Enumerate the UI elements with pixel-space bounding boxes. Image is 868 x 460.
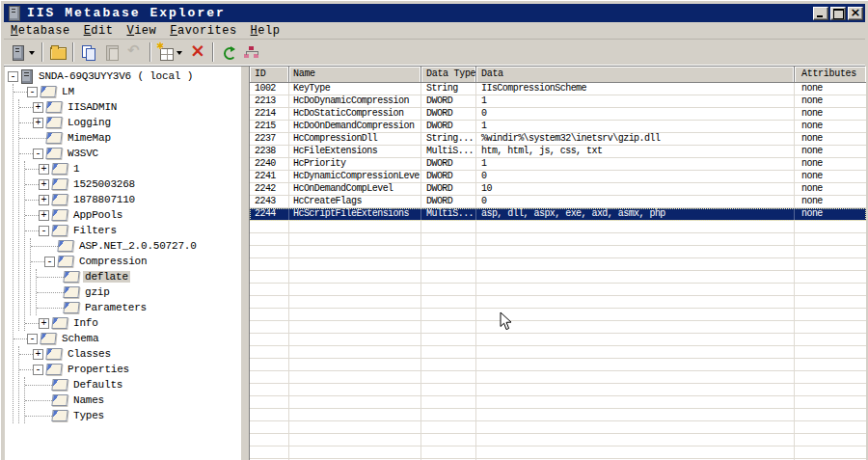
expand-toggle-minus-icon[interactable]: - <box>39 226 49 236</box>
tree-label[interactable]: Types <box>71 410 106 421</box>
tree-label[interactable]: Defaults <box>71 379 124 391</box>
tree-node-gzip[interactable]: gzip <box>37 284 241 300</box>
expand-toggle-plus-icon[interactable]: + <box>33 118 43 128</box>
tree-node-logging[interactable]: +Logging <box>19 115 241 130</box>
tree-node-names[interactable]: Names <box>25 392 241 408</box>
expand-toggle-plus-icon[interactable]: + <box>39 195 49 205</box>
cell-data-type <box>421 258 476 270</box>
tree-label[interactable]: Schema <box>60 333 100 344</box>
tree-node-deflate[interactable]: deflate <box>37 269 241 284</box>
tree-label[interactable]: Compression <box>77 256 149 267</box>
table-row-2237[interactable]: 2237HcCompressionDllString...%windir%\sy… <box>250 133 866 146</box>
expand-toggle-minus-icon[interactable]: - <box>27 87 38 97</box>
menu-help[interactable]: Help <box>244 23 287 39</box>
menu-metabase[interactable]: Metabase <box>4 23 77 39</box>
expand-toggle-minus-icon[interactable]: - <box>27 334 38 344</box>
expand-toggle-plus-icon[interactable]: + <box>33 102 43 113</box>
tree-node-apppools[interactable]: +AppPools <box>25 207 241 223</box>
expand-toggle-plus-icon[interactable]: + <box>39 210 49 221</box>
table-row-2213[interactable]: 2213HcDoDynamicCompressionDWORD1none <box>250 95 866 108</box>
menu-edit[interactable]: Edit <box>77 23 121 39</box>
tree-node-classes[interactable]: +Classes <box>19 346 241 362</box>
save-button[interactable] <box>47 41 68 63</box>
tree-node-mimemap[interactable]: MimeMap <box>19 130 241 146</box>
column-header-data-type[interactable]: Data Type <box>421 67 476 82</box>
title-bar[interactable]: IIS Metabase Explorer <box>4 4 865 22</box>
tree-label[interactable]: IISADMIN <box>66 101 119 113</box>
table-row-2240[interactable]: 2240HcPriorityDWORD1none <box>250 158 866 171</box>
cell-name <box>289 221 421 232</box>
table-row-2241[interactable]: 2241HcDynamicCompressionLevelDWORD0none <box>250 171 866 183</box>
close-button[interactable] <box>848 7 863 20</box>
tree-node-1525003268[interactable]: +1525003268 <box>25 176 241 192</box>
tree-label[interactable]: 1525003268 <box>71 178 137 190</box>
table-row-empty <box>250 258 866 271</box>
tree-label[interactable]: Classes <box>66 348 113 360</box>
tree-node-iisadmin[interactable]: +IISADMIN <box>19 99 241 115</box>
tree-label[interactable]: Names <box>71 394 106 406</box>
tree-label[interactable]: ASP.NET_2.0.50727.0 <box>77 240 199 252</box>
tree-node-asp-net-2-0-50727-0[interactable]: ASP.NET_2.0.50727.0 <box>31 238 241 254</box>
tree-node-defaults[interactable]: Defaults <box>25 377 241 392</box>
column-header-data[interactable]: Data <box>476 67 795 82</box>
tree-label[interactable]: 1878807110 <box>71 194 137 205</box>
tree-label[interactable]: Logging <box>66 117 113 128</box>
copy-button[interactable] <box>78 41 99 63</box>
new-record-dropdown-arrow[interactable] <box>176 51 182 58</box>
expand-toggle-plus-icon[interactable]: + <box>39 164 49 175</box>
tree-label[interactable]: Properties <box>66 364 131 375</box>
expand-toggle-plus-icon[interactable]: + <box>39 179 49 190</box>
expand-toggle-minus-icon[interactable]: - <box>44 257 55 267</box>
connect-server-dropdown-arrow[interactable] <box>29 51 35 58</box>
tree-label[interactable]: deflate <box>83 271 130 283</box>
column-header-id[interactable]: ID <box>250 67 289 82</box>
tree-label[interactable]: Parameters <box>83 302 149 313</box>
table-row-1002[interactable]: 1002KeyTypeStringIIsCompressionSchemenon… <box>250 83 866 95</box>
tree-label[interactable]: AppPools <box>71 209 124 221</box>
connect-server-button[interactable] <box>8 41 38 63</box>
tree-node-w3svc[interactable]: -W3SVC <box>19 146 241 161</box>
tree-label[interactable]: Filters <box>71 225 119 236</box>
column-header-attributes[interactable]: Attributes <box>795 67 866 82</box>
table-row-2215[interactable]: 2215HcDoOnDemandCompressionDWORD1none <box>250 121 866 133</box>
tree-label[interactable]: W3SVC <box>66 148 100 159</box>
tree-node-compression[interactable]: -Compression <box>31 254 241 269</box>
tree-node-parameters[interactable]: Parameters <box>37 300 241 315</box>
tree-node-schema[interactable]: -Schema <box>14 331 241 346</box>
view-hierarchy-button[interactable] <box>241 41 262 63</box>
tree-node-1878807110[interactable]: +1878807110 <box>25 192 241 207</box>
column-header-name[interactable]: Name <box>289 67 421 82</box>
tree-node-lm[interactable]: -LM <box>14 84 241 99</box>
table-row-2244[interactable]: 2244HcScriptFileExtensionsMultiS...asp, … <box>250 208 866 221</box>
menu-view[interactable]: View <box>120 23 163 39</box>
new-record-button[interactable] <box>155 41 185 63</box>
expand-toggle-plus-icon[interactable]: + <box>33 349 43 360</box>
key-icon <box>57 256 73 267</box>
table-row-2242[interactable]: 2242HcOnDemandCompLevelDWORD10none <box>250 183 866 196</box>
table-row-2214[interactable]: 2214HcDoStaticCompressionDWORD0none <box>250 108 866 121</box>
menu-favorites[interactable]: Favorites <box>163 23 243 39</box>
tree-node-snda-69q3uyy3v6-local[interactable]: -SNDA-69Q3UYY3V6 ( local ) <box>8 68 241 84</box>
expand-toggle-minus-icon[interactable]: - <box>8 71 18 82</box>
delete-record-button[interactable] <box>187 41 208 63</box>
tree-label[interactable]: LM <box>60 86 76 97</box>
tree-label[interactable]: Info <box>71 317 100 329</box>
minimize-button[interactable] <box>813 7 828 20</box>
tree-node-types[interactable]: Types <box>25 408 241 423</box>
pane-splitter[interactable] <box>241 67 249 460</box>
table-row-2238[interactable]: 2238HcFileExtensionsMultiS...htm, html, … <box>250 146 866 158</box>
tree-node-info[interactable]: +Info <box>25 315 241 331</box>
expand-toggle-minus-icon[interactable]: - <box>33 149 43 159</box>
tree-label[interactable]: SNDA-69Q3UYY3V6 ( local ) <box>37 70 195 82</box>
expand-toggle-minus-icon[interactable]: - <box>33 365 43 375</box>
tree-label[interactable]: 1 <box>71 163 81 175</box>
tree-node-1[interactable]: +1 <box>25 161 241 176</box>
refresh-button[interactable] <box>218 41 239 63</box>
table-row-2243[interactable]: 2243HcCreateFlagsDWORD0none <box>250 196 866 208</box>
maximize-button[interactable] <box>830 7 846 20</box>
tree-node-filters[interactable]: -Filters <box>25 223 241 238</box>
tree-label[interactable]: gzip <box>83 286 112 298</box>
expand-toggle-plus-icon[interactable]: + <box>39 318 49 329</box>
tree-label[interactable]: MimeMap <box>66 132 113 144</box>
tree-node-properties[interactable]: -Properties <box>19 362 241 377</box>
